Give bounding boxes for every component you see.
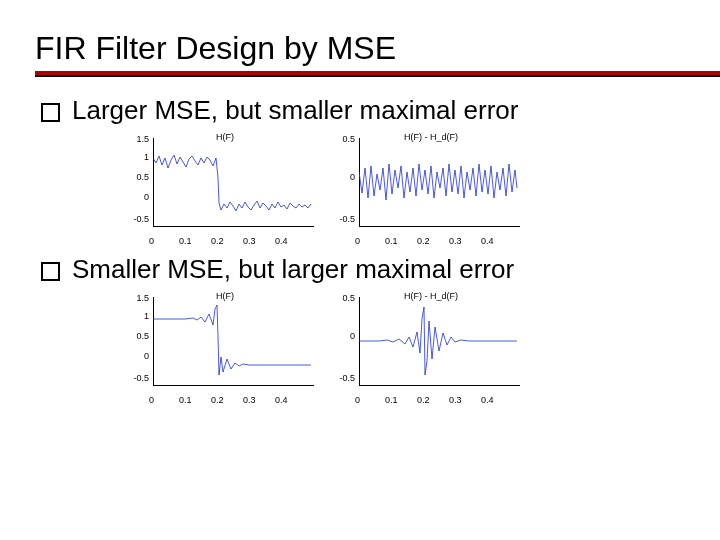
xtick: 0.4 — [481, 236, 494, 246]
xtick: 0.1 — [179, 236, 192, 246]
xtick: 0.4 — [275, 395, 288, 405]
plot-line — [153, 138, 313, 226]
xtick: 0.3 — [449, 236, 462, 246]
plot-line — [359, 138, 519, 226]
ytick: 0.5 — [333, 134, 355, 144]
xtick: 0 — [355, 236, 360, 246]
ytick: 0.5 — [127, 331, 149, 341]
plot-line — [359, 297, 519, 385]
ytick: -0.5 — [333, 373, 355, 383]
ytick: 1 — [127, 152, 149, 162]
ytick: -0.5 — [333, 214, 355, 224]
ytick: 0 — [333, 172, 355, 182]
xtick: 0 — [355, 395, 360, 405]
xtick: 0.3 — [243, 236, 256, 246]
xtick: 0.4 — [275, 236, 288, 246]
page-title: FIR Filter Design by MSE — [35, 30, 720, 67]
ytick: 1.5 — [127, 134, 149, 144]
xtick: 0.3 — [243, 395, 256, 405]
chart-H1: H(F) 1.5 1 0.5 0 -0.5 0 0.1 0.2 0.3 0.4 — [125, 132, 325, 242]
ytick: 1.5 — [127, 293, 149, 303]
bullet-2-text: Smaller MSE, but larger maximal error — [72, 254, 514, 285]
xtick: 0.3 — [449, 395, 462, 405]
xtick: 0.4 — [481, 395, 494, 405]
chart-err2: H(F) - H_d(F) 0.5 0 -0.5 0 0.1 0.2 0.3 0… — [331, 291, 531, 401]
ytick: 0 — [127, 192, 149, 202]
xtick: 0 — [149, 395, 154, 405]
ytick: -0.5 — [127, 214, 149, 224]
xtick: 0.2 — [417, 395, 430, 405]
xtick: 0.2 — [211, 236, 224, 246]
xtick: 0.2 — [417, 236, 430, 246]
ytick: 0.5 — [333, 293, 355, 303]
bullet-1-text: Larger MSE, but smaller maximal error — [72, 95, 518, 126]
ytick: 0.5 — [127, 172, 149, 182]
xtick: 0.1 — [179, 395, 192, 405]
ytick: 0 — [333, 331, 355, 341]
ytick: -0.5 — [127, 373, 149, 383]
chart-row-1: H(F) 1.5 1 0.5 0 -0.5 0 0.1 0.2 0.3 0.4 … — [125, 132, 720, 242]
xtick: 0.2 — [211, 395, 224, 405]
chart-row-2: H(F) 1.5 1 0.5 0 -0.5 0 0.1 0.2 0.3 0.4 … — [125, 291, 720, 401]
chart-err1: H(F) - H_d(F) 0.5 0 -0.5 0 0.1 0.2 0.3 0… — [331, 132, 531, 242]
bullet-box-icon — [41, 103, 60, 122]
xtick: 0 — [149, 236, 154, 246]
chart-H2: H(F) 1.5 1 0.5 0 -0.5 0 0.1 0.2 0.3 0.4 — [125, 291, 325, 401]
bullet-2: Smaller MSE, but larger maximal error — [35, 254, 720, 285]
ytick: 0 — [127, 351, 149, 361]
slide: FIR Filter Design by MSE Larger MSE, but… — [0, 0, 720, 540]
title-rule — [35, 71, 720, 77]
bullet-1: Larger MSE, but smaller maximal error — [35, 95, 720, 126]
ytick: 1 — [127, 311, 149, 321]
bullet-box-icon — [41, 262, 60, 281]
plot-line — [153, 297, 313, 385]
xtick: 0.1 — [385, 395, 398, 405]
xtick: 0.1 — [385, 236, 398, 246]
